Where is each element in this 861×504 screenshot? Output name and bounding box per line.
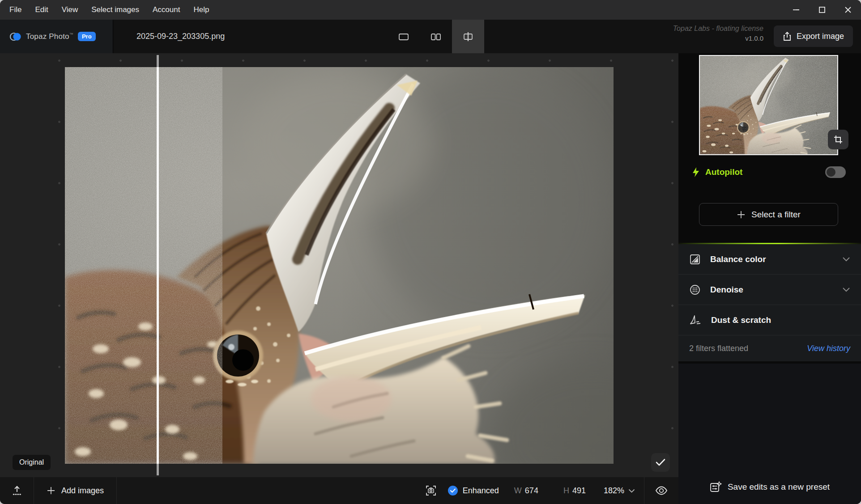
snapshot-button[interactable]: [425, 484, 437, 497]
save-preset-icon: [710, 481, 722, 493]
minimize-button[interactable]: [783, 0, 809, 20]
single-view-icon: [398, 32, 409, 41]
balance-color-icon: [689, 254, 701, 265]
menu-bar: File Edit View Select images Account Hel…: [0, 0, 861, 20]
side-by-side-view-icon: [430, 32, 442, 41]
check-icon: [450, 488, 456, 493]
image-canvas: Original: [0, 53, 678, 477]
lightning-icon: [692, 167, 700, 178]
autopilot-toggle[interactable]: [825, 166, 846, 178]
brand-name: Topaz Photo™: [26, 32, 73, 41]
bottom-bar: Add images Enhanced W 674 H: [0, 477, 678, 504]
brand: Topaz Photo™ Pro: [0, 20, 113, 53]
close-button[interactable]: [835, 0, 861, 20]
width-readout: W 674: [514, 486, 538, 496]
upload-icon: [11, 485, 23, 496]
denoise-icon: [689, 284, 701, 296]
side-by-side-view-button[interactable]: [420, 20, 452, 53]
menu-help[interactable]: Help: [187, 0, 216, 20]
save-preset-button[interactable]: Save edits as a new preset: [678, 481, 861, 493]
checkmark-icon: [656, 458, 665, 466]
eye-icon: [655, 486, 668, 495]
bird-photo: [65, 67, 614, 464]
close-icon: [844, 5, 852, 14]
chevron-down-icon[interactable]: [842, 287, 850, 292]
preview-thumbnail[interactable]: [699, 55, 838, 155]
filters-flattened-status: 2 filters flattened: [689, 344, 748, 353]
zoom-level-dropdown[interactable]: 182%: [604, 486, 635, 496]
comparison-split-handle[interactable]: [157, 55, 159, 475]
menu-edit[interactable]: Edit: [28, 0, 55, 20]
toggle-knob: [827, 168, 835, 177]
bottom-status-cluster: Enhanced W 674 H 491 182%: [425, 477, 678, 504]
maximize-icon: [818, 5, 827, 14]
enhanced-check-badge: [448, 486, 458, 496]
filter-row-dust-scratch[interactable]: Dust & scratch: [678, 305, 861, 335]
license-text: Topaz Labs - floating license: [673, 25, 763, 33]
export-image-button[interactable]: Export image: [774, 25, 853, 47]
menu-file[interactable]: File: [3, 0, 28, 20]
original-noise-overlay: [65, 67, 222, 464]
crop-button[interactable]: [828, 130, 848, 149]
topaz-logo-icon: [10, 32, 21, 42]
filter-row-balance-color[interactable]: Balance color: [678, 244, 861, 275]
chevron-down-icon: [628, 489, 635, 493]
single-view-button[interactable]: [388, 20, 420, 53]
autopilot-label: Autopilot: [705, 167, 742, 177]
select-filter-button[interactable]: Select a filter: [699, 203, 838, 226]
filter-row-denoise[interactable]: Denoise: [678, 275, 861, 305]
photo-comparison-view[interactable]: [65, 67, 614, 464]
divider: [116, 477, 117, 504]
thumbnail-image: [700, 56, 837, 154]
menu-select-images[interactable]: Select images: [85, 0, 146, 20]
menu-account[interactable]: Account: [146, 0, 187, 20]
crop-icon: [833, 135, 843, 144]
original-label: Original: [13, 455, 51, 470]
sidebar-lower-panel: Save edits as a new preset: [678, 364, 861, 504]
autopilot-row: Autopilot: [678, 163, 861, 181]
export-queue-button[interactable]: [0, 477, 34, 504]
minimize-icon: [792, 5, 801, 14]
add-images-button[interactable]: Add images: [34, 477, 116, 504]
split-view-button[interactable]: [452, 20, 484, 53]
history-row: 2 filters flattened View history: [678, 335, 861, 361]
pro-badge: Pro: [78, 32, 96, 41]
maximize-button[interactable]: [809, 0, 835, 20]
view-mode-switcher: [388, 20, 484, 53]
open-filename: 2025-09-23_203305.png: [136, 20, 225, 53]
plus-icon: [47, 486, 55, 495]
chevron-down-icon[interactable]: [842, 257, 850, 262]
license-info: Topaz Labs - floating license v1.0.0: [673, 25, 763, 42]
height-readout: H 491: [563, 486, 586, 496]
toolbar: Topaz Photo™ Pro 2025-09-23_203305.png T…: [0, 20, 861, 53]
right-sidebar: Autopilot Select a filter Balance color: [678, 53, 861, 504]
dust-scratch-icon: [689, 314, 702, 326]
accept-button[interactable]: [651, 453, 670, 472]
view-history-link[interactable]: View history: [807, 344, 850, 353]
preview-original-button[interactable]: [644, 477, 678, 504]
status-label: Enhanced: [463, 486, 499, 496]
export-icon: [783, 31, 792, 41]
menu-view[interactable]: View: [55, 0, 85, 20]
plus-icon: [737, 210, 746, 219]
split-view-icon: [462, 31, 474, 42]
camera-frame-icon: [425, 484, 437, 497]
app-version: v1.0.0: [673, 34, 763, 42]
applied-filters-list: Balance color Denoise: [678, 244, 861, 361]
app-window: File Edit View Select images Account Hel…: [0, 0, 861, 504]
